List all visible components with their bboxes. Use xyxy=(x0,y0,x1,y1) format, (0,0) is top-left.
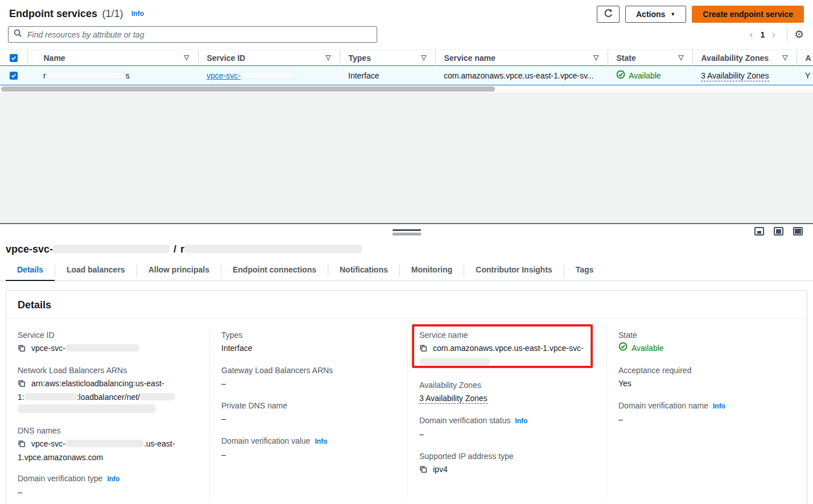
info-link[interactable]: Info xyxy=(515,417,527,425)
tab-notifications[interactable]: Notifications xyxy=(328,264,399,280)
filter-icon[interactable]: ▽ xyxy=(593,53,599,61)
column-label: State xyxy=(617,53,636,63)
info-link[interactable]: Info xyxy=(131,10,144,18)
column-label: Service name xyxy=(444,53,496,63)
availability-zones-link[interactable]: 3 Availability Zones xyxy=(419,394,488,404)
field-nlb-arns: Network Load Balancers ARNs arn:aws:elas… xyxy=(18,365,198,416)
column-header-availability-zones[interactable]: Availability Zones ▽ xyxy=(692,50,797,66)
field-state: State Available xyxy=(618,329,795,354)
horizontal-scrollbar-thumb[interactable] xyxy=(1,86,495,92)
tab-allow-principals[interactable]: Allow principals xyxy=(137,264,221,280)
cell-service-name: com.amazonaws.vpce.us-east-1.vpce-sv... xyxy=(435,66,608,85)
tab-details[interactable]: Details xyxy=(6,264,55,281)
column-header-types[interactable]: Types ▽ xyxy=(340,50,435,66)
details-card-heading: Details xyxy=(6,291,807,319)
table-header-row: Name ▽ Service ID ▽ Types ▽ Service name… xyxy=(0,50,813,66)
panel-tabs: Details Load balancers Allow principals … xyxy=(0,264,813,281)
field-label: Supported IP address type xyxy=(419,451,595,462)
search-input[interactable] xyxy=(26,30,372,40)
field-private-dns-name: Private DNS name – xyxy=(221,400,396,425)
field-domain-verification-name: Domain verification nameInfo – xyxy=(618,400,795,425)
copy-icon[interactable] xyxy=(18,380,26,389)
field-value: Available xyxy=(632,342,664,354)
refresh-button[interactable] xyxy=(597,6,620,23)
copy-icon[interactable] xyxy=(419,345,427,354)
copy-icon[interactable] xyxy=(18,345,26,354)
tab-endpoint-connections[interactable]: Endpoint connections xyxy=(221,264,328,280)
tab-load-balancers[interactable]: Load balancers xyxy=(55,264,137,280)
split-panel-drag-handle[interactable] xyxy=(393,229,421,236)
field-label: Domain verification type xyxy=(18,474,102,483)
tab-monitoring[interactable]: Monitoring xyxy=(400,264,464,280)
refresh-icon xyxy=(604,9,613,20)
redacted-text xyxy=(241,72,296,79)
caret-down-icon: ▼ xyxy=(670,11,675,17)
field-label: DNS names xyxy=(18,425,198,436)
horizontal-scrollbar xyxy=(0,85,813,93)
panel-size-medium-icon[interactable] xyxy=(774,227,783,236)
field-label: Service ID xyxy=(18,329,198,341)
page-header: Endpoint services (1/1) Info Actions ▼ C… xyxy=(0,0,813,24)
copy-icon[interactable] xyxy=(18,440,26,449)
details-grid: Service ID vpce-svc- Network Load Balanc… xyxy=(6,319,807,504)
field-domain-verification-type: Domain verification typeInfo – xyxy=(18,473,198,498)
cell-availability-zones: 3 Availability Zones xyxy=(692,66,797,85)
split-panel: vpce-svc-/r Details Load balancers Allow… xyxy=(0,223,813,503)
info-link[interactable]: Info xyxy=(713,402,725,410)
column-header-acceptance[interactable]: A xyxy=(797,50,813,66)
page-number[interactable]: 1 xyxy=(757,30,767,39)
copy-icon[interactable] xyxy=(419,466,427,475)
filter-icon[interactable]: ▽ xyxy=(782,53,787,61)
field-value: arn:aws:elasticloadbalancing:us-east- xyxy=(31,379,164,388)
tab-tags[interactable]: Tags xyxy=(564,264,605,280)
field-label: State xyxy=(618,329,795,341)
create-endpoint-service-button[interactable]: Create endpoint service xyxy=(692,6,804,23)
column-header-name[interactable]: Name ▽ xyxy=(27,50,198,66)
cell-state: Available xyxy=(608,66,692,85)
row-checkbox[interactable] xyxy=(10,72,18,80)
column-label: A xyxy=(806,53,811,63)
field-value: – xyxy=(618,413,795,425)
field-dns-names: DNS names vpce-svc-.us-east- 1.vpce.amaz… xyxy=(18,425,198,464)
column-header-state[interactable]: State ▽ xyxy=(608,50,692,66)
field-service-name: Service name com.amazonaws.vpce.us-east-… xyxy=(419,329,595,368)
select-all-checkbox[interactable] xyxy=(10,54,18,62)
field-glb-arns: Gateway Load Balancers ARNs – xyxy=(221,365,396,390)
filter-icon[interactable]: ▽ xyxy=(678,53,683,61)
info-link[interactable]: Info xyxy=(315,437,327,445)
filter-icon[interactable]: ▽ xyxy=(184,53,189,61)
redacted-text xyxy=(46,72,126,79)
previous-page-icon[interactable]: ‹ xyxy=(745,28,758,42)
select-all-header xyxy=(0,50,27,66)
field-supported-ip-address-type: Supported IP address type ipv4 xyxy=(419,451,595,477)
column-header-service-id[interactable]: Service ID ▽ xyxy=(198,50,340,66)
redacted-text xyxy=(184,245,362,253)
info-link[interactable]: Info xyxy=(107,475,119,483)
service-id-link[interactable]: vpce-svc- xyxy=(207,71,296,80)
tab-contributor-insights[interactable]: Contributor Insights xyxy=(464,264,564,280)
next-page-icon[interactable]: › xyxy=(767,28,780,42)
redacted-text xyxy=(53,245,170,253)
row-select-cell xyxy=(0,66,27,85)
field-value: – xyxy=(221,377,396,390)
field-label: Acceptance required xyxy=(618,365,795,376)
availability-zones-link[interactable]: 3 Availability Zones xyxy=(701,71,769,81)
cell-acceptance: Y xyxy=(797,66,813,85)
column-label: Types xyxy=(349,53,371,63)
filter-icon[interactable]: ▽ xyxy=(421,53,426,61)
cell-types: Interface xyxy=(340,66,435,85)
cell-service-id: vpce-svc- xyxy=(198,66,340,85)
redacted-text xyxy=(419,358,490,365)
column-label: Service ID xyxy=(207,53,246,63)
panel-size-small-icon[interactable] xyxy=(754,227,764,236)
settings-gear-icon[interactable]: ⚙ xyxy=(794,29,804,40)
field-label: Domain verification value xyxy=(221,436,310,445)
actions-button[interactable]: Actions ▼ xyxy=(625,6,686,23)
details-column-1: Service ID vpce-svc- Network Load Balanc… xyxy=(6,329,209,498)
panel-size-full-icon[interactable] xyxy=(793,227,803,236)
column-header-service-name[interactable]: Service name ▽ xyxy=(435,50,608,66)
filter-icon[interactable]: ▽ xyxy=(325,53,331,61)
details-card: Details Service ID vpce-svc- Network Loa… xyxy=(6,290,807,504)
field-value: .us-east- xyxy=(144,439,175,448)
table-row[interactable]: rs vpce-svc- Interface com.amazonaws.vpc… xyxy=(0,66,813,85)
